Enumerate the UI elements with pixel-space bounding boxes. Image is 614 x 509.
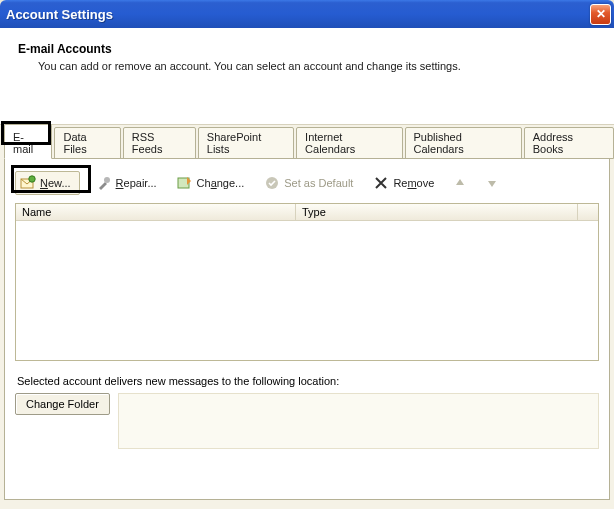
- tab-address-books[interactable]: Address Books: [524, 127, 614, 159]
- delivery-location-box: [118, 393, 599, 449]
- toolbar: New... Repair... Chang: [15, 169, 599, 203]
- tab-email[interactable]: E-mail: [4, 124, 52, 159]
- dialog-header: E-mail Accounts You can add or remove an…: [0, 28, 614, 124]
- delivery-label: Selected account delivers new messages t…: [17, 375, 599, 387]
- repair-icon: [96, 175, 112, 191]
- tab-internet-calendars[interactable]: Internet Calendars: [296, 127, 402, 159]
- column-type[interactable]: Type: [296, 204, 578, 220]
- new-button[interactable]: New...: [15, 171, 80, 195]
- account-list[interactable]: Name Type: [15, 203, 599, 361]
- check-circle-icon: [264, 175, 280, 191]
- arrow-up-icon: [454, 177, 466, 189]
- tab-sharepoint-lists[interactable]: SharePoint Lists: [198, 127, 294, 159]
- repair-button-label: Repair...: [116, 177, 157, 189]
- remove-button[interactable]: Remove: [369, 173, 438, 193]
- column-spacer: [578, 204, 598, 220]
- tab-published-calendars[interactable]: Published Calendars: [405, 127, 522, 159]
- svg-point-1: [29, 176, 35, 182]
- header-subtext: You can add or remove an account. You ca…: [38, 60, 604, 72]
- svg-point-2: [104, 177, 110, 183]
- column-name[interactable]: Name: [16, 204, 296, 220]
- change-folder-button[interactable]: Change Folder: [15, 393, 110, 415]
- tab-data-files[interactable]: Data Files: [54, 127, 120, 159]
- account-list-header: Name Type: [16, 204, 598, 221]
- new-mail-icon: [20, 175, 36, 191]
- move-down-button: [482, 175, 502, 191]
- change-folder-label: Change Folder: [26, 398, 99, 410]
- change-icon: [177, 175, 193, 191]
- dialog-body: E-mail Data Files RSS Feeds SharePoint L…: [0, 124, 614, 509]
- change-button[interactable]: Change...: [173, 173, 249, 193]
- tab-rss-feeds[interactable]: RSS Feeds: [123, 127, 196, 159]
- delivery-row: Change Folder: [15, 393, 599, 449]
- window-close-button[interactable]: ✕: [590, 4, 611, 25]
- close-icon: ✕: [596, 8, 606, 20]
- header-heading: E-mail Accounts: [18, 42, 604, 56]
- remove-button-label: Remove: [393, 177, 434, 189]
- new-button-label: New...: [40, 177, 71, 189]
- change-button-label: Change...: [197, 177, 245, 189]
- set-default-label: Set as Default: [284, 177, 353, 189]
- window-title: Account Settings: [6, 7, 590, 22]
- move-up-button: [450, 175, 470, 191]
- tab-panel: New... Repair... Chang: [4, 158, 610, 500]
- remove-icon: [373, 175, 389, 191]
- arrow-down-icon: [486, 177, 498, 189]
- tab-strip: E-mail Data Files RSS Feeds SharePoint L…: [0, 124, 614, 159]
- titlebar: Account Settings ✕: [0, 0, 614, 28]
- set-default-button: Set as Default: [260, 173, 357, 193]
- repair-button[interactable]: Repair...: [92, 173, 161, 193]
